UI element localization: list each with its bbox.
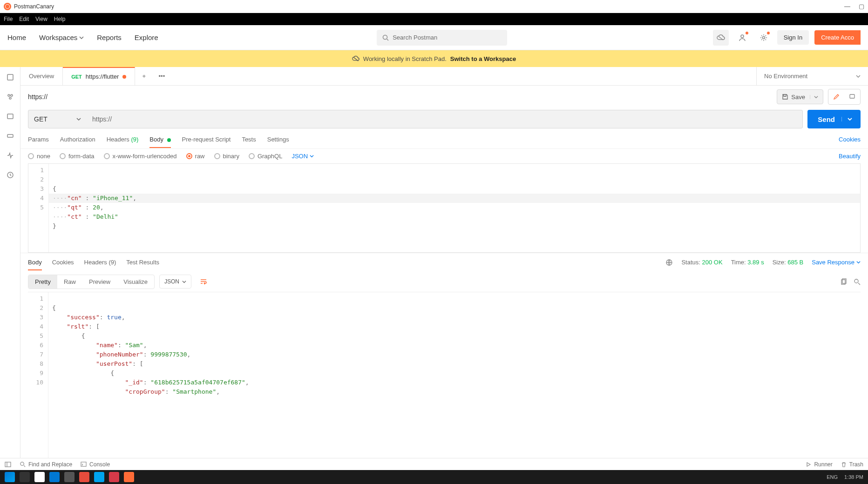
menu-view[interactable]: View xyxy=(35,16,47,22)
request-tabs: Overview GET https://flutter + ••• No En… xyxy=(20,67,868,86)
body-format-selector[interactable]: JSON xyxy=(292,153,314,160)
svg-rect-12 xyxy=(7,114,13,119)
tab-headers[interactable]: Headers (9) xyxy=(107,131,139,148)
chevron-down-icon[interactable] xyxy=(810,95,818,99)
body-type-graphql[interactable]: GraphQL xyxy=(249,153,282,160)
nav-home[interactable]: Home xyxy=(7,34,26,41)
mode-visualize[interactable]: Visualize xyxy=(117,275,154,289)
menu-help[interactable]: Help xyxy=(54,16,66,22)
beautify-button[interactable]: Beautify xyxy=(839,153,861,160)
sign-in-button[interactable]: Sign In xyxy=(777,30,809,45)
svg-point-19 xyxy=(854,279,858,283)
body-type-xwww[interactable]: x-www-form-urlencoded xyxy=(104,153,177,160)
copy-response-icon[interactable] xyxy=(840,278,847,285)
nav-explore[interactable]: Explore xyxy=(135,34,158,41)
response-format-selector[interactable]: JSON xyxy=(159,275,191,289)
resp-tab-body[interactable]: Body xyxy=(28,254,42,270)
runner-button[interactable]: Runner xyxy=(806,461,832,468)
menubar: File Edit View Help xyxy=(0,13,868,25)
save-response-button[interactable]: Save Response xyxy=(812,259,861,266)
sidebar-apis-icon[interactable] xyxy=(5,91,16,102)
sidebar-monitors-icon[interactable] xyxy=(5,150,16,161)
search-placeholder: Search Postman xyxy=(393,34,437,41)
find-replace-button[interactable]: Find and Replace xyxy=(20,461,72,468)
global-search[interactable]: Search Postman xyxy=(377,30,507,46)
tab-overflow-button[interactable]: ••• xyxy=(153,67,170,85)
taskbar-app-icon[interactable] xyxy=(20,472,30,482)
resp-tab-cookies[interactable]: Cookies xyxy=(52,254,74,270)
mode-raw[interactable]: Raw xyxy=(57,275,82,289)
resp-tab-tests[interactable]: Test Results xyxy=(126,254,159,270)
search-response-icon[interactable] xyxy=(854,278,861,285)
banner-action-link[interactable]: Switch to a Workspace xyxy=(450,55,516,62)
svg-rect-8 xyxy=(7,74,13,80)
create-account-button[interactable]: Create Acco xyxy=(814,30,861,45)
nav-reports[interactable]: Reports xyxy=(97,34,122,41)
request-section-tabs: Params Authorization Headers (9) Body Pr… xyxy=(20,130,868,149)
save-button[interactable]: Save xyxy=(777,89,823,104)
save-icon xyxy=(782,94,788,100)
trash-button[interactable]: Trash xyxy=(841,461,863,468)
tab-params[interactable]: Params xyxy=(28,131,49,148)
taskbar-app-icon[interactable] xyxy=(49,472,60,482)
tab-authorization[interactable]: Authorization xyxy=(60,131,95,148)
taskbar-app-icon[interactable] xyxy=(34,472,45,482)
tab-active-request[interactable]: GET https://flutter xyxy=(63,67,135,85)
editor-code[interactable]: { ····"cn" : "iPhone_11", ····"qt" : 20,… xyxy=(49,164,860,252)
globe-icon[interactable] xyxy=(665,259,673,266)
resp-tab-headers[interactable]: Headers (9) xyxy=(84,254,116,270)
taskbar-app-icon[interactable] xyxy=(79,472,89,482)
edit-icon[interactable] xyxy=(828,89,844,104)
sidebar-history-icon[interactable] xyxy=(5,169,16,181)
taskbar-language[interactable]: ENG xyxy=(827,474,838,480)
tab-tests[interactable]: Tests xyxy=(242,131,256,148)
body-type-none[interactable]: none xyxy=(28,153,50,160)
tab-body[interactable]: Body xyxy=(149,131,170,148)
settings-gear-icon[interactable] xyxy=(756,30,772,46)
tab-overview[interactable]: Overview xyxy=(20,67,63,85)
sidebar-toggle-icon[interactable] xyxy=(5,461,11,468)
send-button[interactable]: Send xyxy=(807,110,861,128)
top-nav: Home Workspaces Reports Explore Search P… xyxy=(0,25,868,50)
body-type-raw[interactable]: raw xyxy=(186,153,205,160)
body-active-dot-icon xyxy=(167,138,171,142)
mode-preview[interactable]: Preview xyxy=(82,275,117,289)
body-type-binary[interactable]: binary xyxy=(214,153,239,160)
response-body-editor[interactable]: 1 2 3 4 5 6 7 8 9 10 { "success": true, … xyxy=(28,292,861,458)
taskbar-app-icon[interactable] xyxy=(94,472,104,482)
cookies-link[interactable]: Cookies xyxy=(839,136,861,143)
invite-icon[interactable] xyxy=(734,30,750,46)
taskbar-app-icon[interactable] xyxy=(64,472,75,482)
menu-file[interactable]: File xyxy=(4,16,13,22)
taskbar-postman-icon[interactable] xyxy=(124,472,134,482)
chevron-down-icon[interactable] xyxy=(841,117,852,121)
cloud-off-icon xyxy=(352,55,359,62)
mode-pretty[interactable]: Pretty xyxy=(28,275,57,289)
svg-line-3 xyxy=(387,39,388,40)
window-maximize-icon[interactable]: ▢ xyxy=(859,3,864,10)
console-button[interactable]: Console xyxy=(81,461,110,468)
left-sidebar xyxy=(0,67,20,458)
body-type-formdata[interactable]: form-data xyxy=(60,153,95,160)
new-tab-button[interactable]: + xyxy=(135,67,153,85)
sidebar-collections-icon[interactable] xyxy=(5,72,16,83)
url-row: GET Send xyxy=(20,108,868,130)
url-input[interactable] xyxy=(87,110,803,128)
taskbar-app-icon[interactable] xyxy=(109,472,119,482)
sidebar-mock-icon[interactable] xyxy=(5,130,16,141)
menu-edit[interactable]: Edit xyxy=(19,16,29,22)
start-button-icon[interactable] xyxy=(5,472,15,482)
nav-workspaces[interactable]: Workspaces xyxy=(39,34,84,41)
svg-point-5 xyxy=(741,35,744,38)
cloud-sync-icon[interactable] xyxy=(713,30,729,46)
tab-settings[interactable]: Settings xyxy=(267,131,289,148)
sidebar-environments-icon[interactable] xyxy=(5,111,16,122)
tab-prerequest[interactable]: Pre-request Script xyxy=(182,131,231,148)
comments-icon[interactable] xyxy=(844,89,860,104)
environment-selector[interactable]: No Environment xyxy=(756,67,868,85)
window-minimize-icon[interactable]: — xyxy=(844,3,850,10)
method-selector[interactable]: GET xyxy=(28,110,87,128)
wrap-lines-icon[interactable] xyxy=(196,274,211,289)
request-body-editor[interactable]: 1 2 3 4 5 { ····"cn" : "iPhone_11", ····… xyxy=(28,163,861,253)
notification-dot-icon xyxy=(745,31,749,35)
